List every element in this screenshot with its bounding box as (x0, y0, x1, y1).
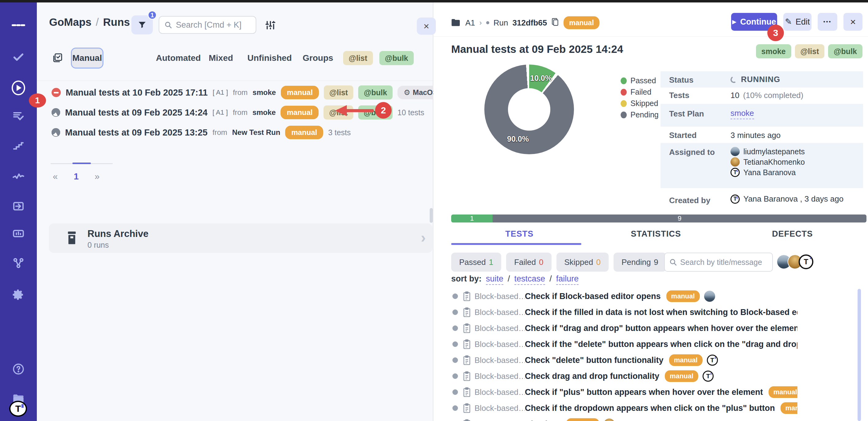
suite-name[interactable]: Block-based… (474, 356, 525, 365)
assignee[interactable]: TetianaKhomenko (731, 157, 805, 167)
runs-archive-card[interactable]: Runs Archive 0 runs › (49, 223, 432, 253)
test-plan-value: smoke (731, 109, 754, 119)
page-next-button[interactable]: » (95, 171, 99, 181)
select-all-icon[interactable] (53, 53, 63, 63)
sort-by-failure[interactable]: failure (556, 274, 579, 285)
tab-unfinished[interactable]: Unfinished (247, 48, 292, 68)
test-row[interactable]: Block-based… Check if the "delete" butto… (433, 336, 797, 352)
test-row[interactable]: Block-based… Check if "drag and drop" bu… (433, 320, 797, 336)
scrollbar-thumb[interactable] (430, 208, 433, 223)
test-title[interactable]: Check drag and drop functionality (525, 371, 659, 381)
suite-name[interactable]: Block-based… (474, 308, 525, 317)
test-title[interactable]: Check if "drag and drop" button appears … (525, 324, 797, 333)
milestones-steps-icon[interactable] (12, 139, 25, 152)
close-panel-button[interactable]: × (417, 18, 436, 35)
filter-passed[interactable]: Passed1 (451, 253, 501, 272)
sort-by-suite[interactable]: suite (486, 274, 503, 285)
runs-search[interactable] (159, 16, 256, 34)
run-list-item[interactable]: Manual tests at 09 Feb 2025 13:25 from N… (52, 122, 351, 142)
settings-gear-icon[interactable] (12, 288, 25, 302)
suite-name[interactable]: Block-based… (474, 371, 525, 381)
tag-list[interactable]: @list (795, 44, 825, 58)
tab-tests[interactable]: TESTS (451, 229, 588, 239)
suite-name[interactable]: Block-based… (474, 324, 525, 333)
test-row[interactable]: Block-based… Check if "plus" button appe… (433, 384, 797, 400)
suite-name[interactable]: Block-based… (474, 419, 525, 421)
started-value: 3 minutes ago (731, 131, 780, 140)
test-row[interactable]: Block-based… Check … manual (433, 416, 797, 421)
ellipsis-icon: ••• (824, 19, 832, 25)
assignee-avatars[interactable]: T (777, 254, 813, 269)
pagination: « 1 » (53, 171, 99, 181)
tag-bulk[interactable]: @bulk (828, 44, 863, 58)
test-title[interactable]: Check if the filled in data is not lost … (525, 308, 797, 317)
suite-name[interactable]: Block-based… (474, 388, 525, 397)
page-current[interactable]: 1 (74, 171, 79, 181)
tests-search[interactable] (664, 253, 773, 272)
edit-button[interactable]: ✎ Edit (783, 13, 811, 31)
test-row[interactable]: Block-based… Check if Block-based editor… (433, 288, 797, 304)
suite-name[interactable]: Block-based… (474, 403, 525, 413)
sort-by-testcase[interactable]: testcase (515, 274, 546, 285)
more-button[interactable]: ••• (818, 13, 837, 31)
test-plans-icon[interactable] (12, 109, 25, 122)
assignee[interactable]: T Yana Baranova (731, 168, 805, 177)
annotation-marker-1: 1 (29, 93, 46, 108)
archive-title: Runs Archive (88, 228, 149, 240)
tab-statistics[interactable]: STATISTICS (588, 229, 724, 239)
search-input[interactable] (176, 20, 251, 30)
test-title[interactable]: Check "delete" button functionality (525, 356, 663, 365)
test-row[interactable]: Block-based… Check drag and drop functio… (433, 368, 797, 384)
chevron-right-icon[interactable]: › (421, 229, 426, 246)
copy-icon[interactable] (551, 18, 559, 28)
breadcrumb-folder[interactable]: A1 (465, 18, 475, 28)
close-run-button[interactable]: × (843, 13, 863, 31)
page-prev-button[interactable]: « (53, 171, 58, 181)
filter-skipped[interactable]: Skipped0 (556, 253, 609, 272)
tab-groups[interactable]: Groups (303, 48, 333, 68)
assignee[interactable]: liudmylastepanets (731, 147, 805, 156)
test-row[interactable]: Block-based… Check if the filled in data… (433, 304, 797, 320)
view-settings-icon[interactable] (265, 20, 276, 31)
clipboard-icon (463, 403, 471, 413)
tab-automated[interactable]: Automated (156, 48, 201, 68)
test-title[interactable]: Check if the "delete" button appears whe… (525, 340, 797, 349)
tab-manual[interactable]: Manual (71, 48, 103, 68)
versions-branch-icon[interactable] (12, 256, 25, 270)
user-avatar[interactable]: T (9, 401, 27, 417)
menu-icon[interactable] (12, 19, 25, 32)
test-title[interactable]: Check if Block-based editor opens (525, 291, 661, 301)
tab-defects[interactable]: DEFECTS (724, 229, 861, 239)
manual-badge: manual (285, 126, 323, 139)
run-title[interactable]: Manual tests at 09 Feb 2025 14:24 (65, 108, 208, 118)
test-row[interactable]: Block-based… Check "delete" button funct… (433, 352, 797, 368)
tab-tag-list[interactable]: @list (343, 51, 373, 65)
help-icon[interactable] (12, 362, 25, 376)
run-title[interactable]: Manual tests at 09 Feb 2025 13:25 (65, 128, 208, 138)
test-title[interactable]: Check if "plus" button appears when hove… (525, 388, 763, 397)
test-title[interactable]: Check … (525, 419, 560, 421)
suite-name[interactable]: Block-based… (474, 291, 525, 301)
project-name[interactable]: GoMaps (49, 16, 91, 28)
runs-play-icon[interactable] (12, 81, 25, 95)
tests-check-icon[interactable] (12, 50, 25, 64)
tag-smoke[interactable]: smoke (756, 44, 791, 58)
run-list-item[interactable]: Manual tests at 09 Feb 2025 14:24 [ A1 ]… (52, 103, 424, 122)
tests-search-input[interactable] (680, 258, 768, 267)
pending-status-dot (453, 309, 458, 315)
filter-failed[interactable]: Failed0 (506, 253, 551, 272)
run-title[interactable]: Manual tests at 10 Feb 2025 17:11 (66, 88, 208, 98)
tab-tag-bulk[interactable]: @bulk (379, 51, 414, 65)
scrollbar-thumb[interactable] (858, 289, 861, 421)
run-from-label: from (232, 108, 247, 117)
run-id[interactable]: 312dfb65 (513, 18, 547, 28)
test-title[interactable]: Check if the dropdown appears when click… (525, 403, 775, 413)
test-row[interactable]: Block-based… Check if the dropdown appea… (433, 400, 797, 416)
filter-pending[interactable]: Pending9 (614, 253, 666, 272)
suite-name[interactable]: Block-based… (474, 340, 525, 349)
activity-pulse-icon[interactable] (12, 170, 25, 184)
import-icon[interactable] (12, 199, 25, 213)
test-plan-link[interactable]: smoke (731, 109, 754, 119)
reports-chart-icon[interactable] (12, 227, 25, 240)
tab-mixed[interactable]: Mixed (209, 48, 233, 68)
